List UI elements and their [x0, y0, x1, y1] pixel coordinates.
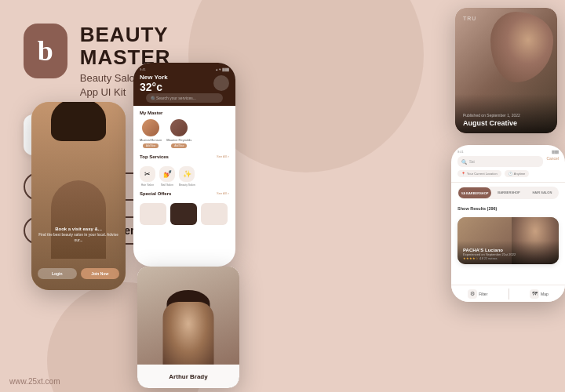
- login-btn[interactable]: Login: [38, 268, 77, 279]
- p4-map-btn[interactable]: 🗺 Map: [530, 289, 549, 299]
- phone-creative: TRU Published on September 1, 2022 Augus…: [455, 8, 557, 133]
- p4-location-row: 📍 Your Current Location 🕐 Anytime: [457, 170, 559, 177]
- p4-location-item[interactable]: 📍 Your Current Location: [457, 170, 501, 177]
- p2-service-beauty: ✨ Beauty Salon: [179, 166, 195, 187]
- p2-search-bar[interactable]: 🔍 Search your services...: [146, 93, 223, 103]
- hair-salon-icon[interactable]: ✂: [140, 166, 155, 182]
- p4-search-icon: 🔍: [461, 159, 467, 165]
- p2-offer-card-1: [140, 203, 166, 225]
- p2-search-text: Search your services...: [156, 96, 196, 100]
- p2-master-1-name: Muzical Bonson: [140, 138, 162, 142]
- p4-search-text: Sat: [469, 160, 475, 164]
- p2-top-services: Top Services See All > ✂ Hair Salon 💅 Na…: [140, 154, 229, 187]
- p4-divider: [508, 289, 509, 299]
- beauty-salon-icon[interactable]: ✨: [179, 166, 195, 182]
- p2-master-1-btn[interactable]: Add Now: [143, 143, 159, 148]
- phone-5-content: Arthur Brady: [137, 267, 239, 388]
- map-icon: 🗺: [530, 289, 539, 299]
- watermark: www.25xt.com: [9, 377, 60, 386]
- p2-master-2-name: Maurice Reynolds: [166, 138, 191, 142]
- p4-tabs-row: VA BARBERSHOP BARBERSHOP HAIR SALON: [457, 187, 559, 199]
- phone-1-woman: [51, 180, 106, 259]
- p4-anytime-item[interactable]: 🕐 Anytime: [505, 170, 529, 177]
- phone-2-header: 9:41 ▲▼ ▓▓▓ New York 32°c 🔍 Search your …: [133, 63, 235, 106]
- p2-service-hair: ✂ Hair Salon: [140, 166, 155, 187]
- app-title: BEAUTY MASTER: [80, 24, 228, 68]
- phone-5-name: Arthur Brady: [169, 373, 207, 380]
- nail-salon-icon[interactable]: 💅: [159, 166, 175, 182]
- p2-city: New York: [140, 74, 168, 81]
- phone-3-name: August Creative: [463, 119, 549, 127]
- phone-3-label: Published on September 1, 2022: [463, 113, 549, 118]
- p2-service-icons-row: ✂ Hair Salon 💅 Nail Salon ✨ Beauty Salon: [140, 166, 229, 187]
- p4-status-bar: 9:41 ▓▓▓: [457, 150, 559, 154]
- join-btn[interactable]: Join Now: [81, 268, 120, 279]
- p2-status-bar: 9:41 ▲▼ ▓▓▓: [140, 67, 229, 71]
- phone-3-overlay: Published on September 1, 2022 August Cr…: [455, 94, 557, 133]
- p4-cancel-btn[interactable]: Cancel: [546, 156, 559, 167]
- phone-1-text: Book a visit easy &... Find the best bea…: [38, 227, 119, 243]
- p2-master-2-btn[interactable]: Add Now: [171, 143, 187, 148]
- p2-see-all-1[interactable]: See All >: [217, 154, 229, 163]
- app-icon-letter: b: [38, 37, 53, 65]
- phone-5-barber: [163, 302, 214, 365]
- p2-special-offers: Special Offers See All >: [140, 191, 229, 225]
- p4-search-row: 🔍 Sat Cancel: [457, 156, 559, 167]
- p4-tab-va-barbershop[interactable]: VA BARBERSHOP: [458, 187, 491, 198]
- p4-card-overlay: PACHA'S Luciano Experienced on September…: [457, 241, 559, 264]
- search-icon: 🔍: [151, 96, 156, 101]
- p2-masters-row: Muzical Bonson Add Now Maurice Reynolds …: [140, 119, 229, 148]
- p4-filter-bar: ⚙ Filter 🗺 Map: [451, 285, 565, 302]
- phone-3-tru-text: TRU: [463, 16, 476, 21]
- p4-results-count: Show Results (296): [451, 203, 565, 214]
- phone-3-content: TRU Published on September 1, 2022 Augus…: [455, 8, 557, 133]
- p4-tab-hair-salon[interactable]: HAIR SALON: [526, 187, 559, 198]
- phone-1-buttons: Login Join Now: [38, 268, 119, 279]
- p4-filter-btn[interactable]: ⚙ Filter: [468, 289, 487, 299]
- p2-services-header: Top Services See All >: [140, 154, 229, 163]
- p2-offer-card-2: [170, 203, 197, 225]
- phone-2-body: My Master Muzical Bonson Add Now Maurice…: [133, 106, 235, 230]
- app-icon: b: [24, 24, 67, 78]
- phone-arthur: Arthur Brady: [137, 267, 239, 388]
- phone-home: 9:41 ▲▼ ▓▓▓ New York 32°c 🔍 Search your …: [133, 63, 235, 267]
- phone-search: 9:41 ▓▓▓ 🔍 Sat Cancel 📍 Your Current Loc…: [451, 145, 565, 302]
- p2-offer-card-3: [201, 203, 228, 225]
- p2-offer-cards-row: [140, 203, 229, 225]
- p4-search-box[interactable]: 🔍 Sat: [457, 156, 543, 167]
- p4-tab-barbershop[interactable]: BARBERSHOP: [492, 187, 525, 198]
- p2-user-avatar: [213, 75, 229, 91]
- p2-master-1-avatar: [142, 119, 159, 136]
- phone-onboarding: Book a visit easy &... Find the best bea…: [31, 102, 126, 290]
- p2-my-master-title: My Master: [140, 111, 229, 115]
- filter-icon: ⚙: [468, 289, 477, 299]
- phone-1-hair: [51, 102, 106, 141]
- p4-barber-card[interactable]: PACHA'S Luciano Experienced on September…: [457, 217, 559, 264]
- p2-master-1: Muzical Bonson Add Now: [140, 119, 162, 148]
- p2-master-2: Maurice Reynolds Add Now: [166, 119, 191, 148]
- p2-master-2-avatar: [170, 119, 188, 136]
- p2-service-nail: 💅 Nail Salon: [159, 166, 175, 187]
- p4-rating: ★★★★☆ 4.6 23 reviews: [463, 256, 553, 260]
- phone-1-content: Book a visit easy &... Find the best bea…: [31, 102, 126, 290]
- p2-see-all-2[interactable]: See All >: [217, 191, 229, 200]
- p2-temp: 32°c: [140, 81, 168, 93]
- phone-4-header: 9:41 ▓▓▓ 🔍 Sat Cancel 📍 Your Current Loc…: [451, 145, 565, 183]
- phone-5-name-bar: Arthur Brady: [137, 365, 239, 388]
